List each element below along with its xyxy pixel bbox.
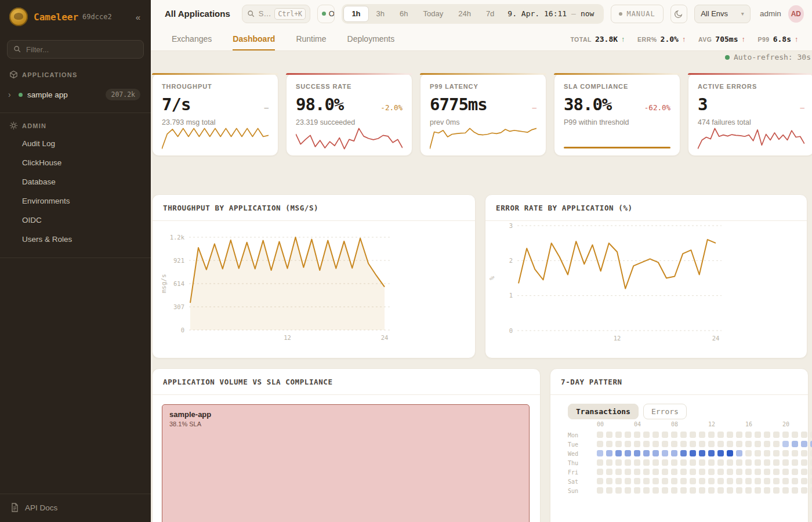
heatmap-cell — [643, 478, 650, 484]
filter-input[interactable] — [26, 45, 125, 54]
heatmap-cell — [773, 441, 780, 447]
chart-card-error-rate-by-app: ERROR RATE BY APPLICATION (%) 01231224% — [485, 194, 807, 358]
heatmap-day-label: Thu — [568, 460, 585, 466]
search-icon — [247, 10, 255, 18]
heatmap-cell — [736, 469, 742, 475]
time-range-6h[interactable]: 6h — [392, 6, 415, 22]
kpi-delta: -62.0% — [644, 103, 670, 112]
heatmap-cell — [755, 432, 761, 438]
env-select[interactable]: All Envs ▾ — [694, 5, 751, 23]
heatmap-cell — [736, 478, 742, 484]
sidebar-item-environments[interactable]: Environments — [0, 192, 151, 210]
heatmap-cell — [792, 450, 798, 456]
svg-text:12: 12 — [284, 334, 291, 341]
date-range-display[interactable]: 9. Apr. 16:11 – now — [502, 9, 602, 18]
kpi-card-p99-latency: P99 LATENCY 6775ms– prev 0ms — [420, 73, 546, 156]
heatmap-cell — [615, 469, 622, 475]
sidebar-collapse-icon[interactable]: « — [133, 11, 143, 23]
tab-exchanges[interactable]: Exchanges — [172, 27, 212, 50]
gear-icon — [9, 121, 18, 130]
kpi-value: 7/s — [162, 95, 190, 114]
heatmap-cell — [615, 441, 622, 447]
tab-deployments[interactable]: Deployments — [347, 27, 395, 50]
tabs-bar: ExchangesDashboardRuntimeDeployments TOT… — [151, 27, 812, 51]
sidebar-item-api-docs[interactable]: API Docs — [0, 494, 151, 522]
kpi-delta: – — [532, 103, 536, 112]
heatmap-cell — [727, 487, 733, 494]
heatmap-cell — [606, 487, 612, 494]
manual-refresh-button[interactable]: MANUAL — [611, 5, 663, 23]
chart-body: 03076149211.2k1224msg/s — [153, 221, 475, 360]
time-range-24h[interactable]: 24h — [451, 6, 478, 22]
treemap-cell-sample-app[interactable]: sample-app 38.1% SLA — [162, 404, 530, 522]
toggle-transactions[interactable]: Transactions — [568, 404, 639, 419]
heatmap-cell — [699, 469, 705, 475]
heatmap-cell — [792, 432, 798, 438]
heatmap-cell — [643, 469, 650, 475]
svg-text:0: 0 — [181, 327, 184, 334]
chevron-right-icon[interactable]: › — [8, 90, 16, 99]
stat-err: ERR%2.0%↑ — [637, 35, 686, 44]
heatmap-cell — [625, 450, 631, 456]
heatmap-cell — [708, 432, 715, 438]
trend-arrow-icon: ↑ — [742, 35, 745, 44]
sidebar-item-audit-log[interactable]: Audit Log — [0, 135, 151, 153]
global-search[interactable]: S… Ctrl+K — [242, 5, 310, 23]
admin-section-header: ADMIN — [0, 121, 151, 130]
time-range-1h[interactable]: 1h — [343, 6, 368, 22]
admin-nav: Audit LogClickHouseDatabaseEnvironmentsO… — [0, 133, 151, 248]
heatmap-cell — [634, 450, 640, 456]
heatmap-cell — [625, 469, 631, 475]
card-header: ERROR RATE BY APPLICATION (%) — [485, 195, 807, 221]
sidebar-item-oidc[interactable]: OIDC — [0, 211, 151, 229]
heatmap-cell — [615, 432, 622, 438]
sidebar-item-database[interactable]: Database — [0, 173, 151, 191]
stat-value: 705ms — [715, 35, 738, 44]
kpi-value: 38.0% — [564, 95, 611, 114]
heatmap-cell — [597, 469, 603, 475]
tabs: ExchangesDashboardRuntimeDeployments — [172, 27, 394, 50]
heatmap-cell — [634, 432, 640, 438]
dark-mode-toggle[interactable] — [670, 5, 687, 23]
stat-total: TOTAL23.8K↑ — [570, 35, 625, 44]
tab-dashboard[interactable]: Dashboard — [233, 27, 275, 50]
heatmap-cell — [690, 487, 696, 494]
sidebar-filter[interactable] — [7, 40, 144, 59]
sidebar-item-sample-app[interactable]: › sample app 207.2k — [5, 85, 146, 104]
heatmap-hour-label: 16 — [745, 421, 752, 427]
heatmap-day-label: Sun — [568, 488, 585, 494]
heatmap-cell — [708, 487, 715, 494]
heatmap-cell — [773, 432, 780, 438]
api-docs-label: API Docs — [25, 503, 57, 512]
heatmap-cell — [773, 487, 780, 494]
time-range-3h[interactable]: 3h — [369, 6, 392, 22]
svg-text:3: 3 — [509, 222, 513, 229]
heatmap-cell — [801, 432, 807, 438]
heatmap-cell — [792, 441, 798, 447]
username-label: admin — [760, 9, 781, 18]
heatmap-cell — [690, 459, 696, 466]
sidebar-item-clickhouse[interactable]: ClickHouse — [0, 154, 151, 172]
search-shortcut-badge: Ctrl+K — [274, 8, 306, 20]
time-range-7d[interactable]: 7d — [478, 6, 502, 22]
sidebar-item-users-roles[interactable]: Users & Roles — [0, 230, 151, 248]
chart-title: ERROR RATE BY APPLICATION (%) — [496, 204, 633, 212]
heatmap-card-7-day-pattern: 7-DAY PATTERN Transactions Errors 000408… — [550, 368, 809, 522]
kpi-subtitle: 23.793 msg total — [162, 118, 269, 126]
heatmap-cell — [708, 459, 715, 466]
heatmap-cell — [782, 441, 789, 447]
connection-status-pill[interactable]: O — [317, 5, 335, 23]
build-hash: 69dcce2 — [82, 13, 112, 21]
avatar[interactable]: AD — [788, 5, 804, 23]
toggle-errors[interactable]: Errors — [643, 404, 687, 419]
tab-runtime[interactable]: Runtime — [296, 27, 326, 50]
heatmap-cell — [606, 459, 612, 466]
heatmap-cell — [792, 469, 798, 475]
time-range-today[interactable]: Today — [415, 6, 451, 22]
heatmap-cell — [708, 478, 715, 484]
heatmap-cell — [625, 459, 631, 466]
stat-label: TOTAL — [570, 36, 592, 43]
heatmap-cell — [652, 469, 659, 475]
heatmap-cell — [699, 487, 705, 494]
heatmap-cell — [606, 469, 612, 475]
